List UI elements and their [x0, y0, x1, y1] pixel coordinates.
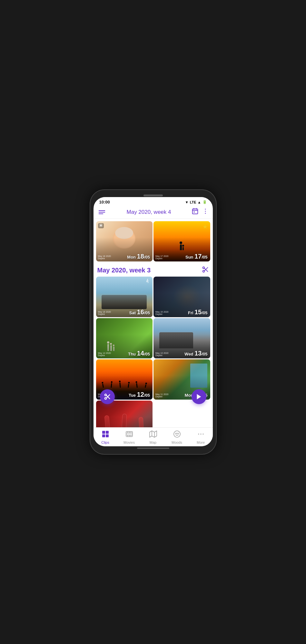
moods-label: Moods — [172, 440, 182, 444]
svg-rect-23 — [106, 434, 109, 437]
photo-meta: May 11 2020 Daylee — [155, 393, 168, 398]
svg-point-5 — [205, 209, 206, 210]
photo-date: Wed 13/05 — [184, 350, 207, 356]
week4-grid: May 18 2020 Daylee Mon 18/05 — [94, 221, 213, 263]
photo-weekday: Mon — [127, 255, 137, 260]
photo-day: 17 — [194, 253, 202, 260]
photo-card-may13[interactable]: May 13 2020 Daylee Wed 13/05 — [153, 318, 210, 358]
movies-icon — [125, 430, 133, 440]
svg-rect-22 — [102, 434, 105, 437]
svg-point-37 — [175, 433, 176, 434]
map-label: Map — [150, 440, 156, 444]
fab-scissors-button[interactable] — [100, 389, 115, 404]
photo-meta: May 14 2020 Daylee — [98, 352, 111, 356]
photo-meta: May 13 2020 Daylee — [155, 352, 168, 356]
meta-date: May 17 2020 — [155, 255, 168, 257]
photo-card-may18[interactable]: May 18 2020 Daylee Mon 18/05 — [96, 221, 153, 261]
svg-point-14 — [147, 279, 148, 280]
photo-meta: May 16 2020 Daylee — [98, 311, 111, 315]
running-icon — [145, 279, 150, 285]
photo-slash: /05 — [202, 255, 207, 260]
top-bar-actions — [192, 208, 209, 216]
svg-rect-21 — [106, 431, 109, 434]
menu-line-3 — [99, 213, 103, 214]
svg-marker-19 — [197, 394, 201, 400]
svg-point-40 — [200, 434, 201, 435]
svg-point-38 — [177, 433, 178, 434]
main-content: May 18 2020 Daylee Mon 18/05 — [94, 219, 213, 427]
star-icon: ★ — [202, 223, 208, 230]
battery-icon: 🔋 — [202, 200, 207, 204]
clips-label: Clips — [101, 440, 109, 444]
week3-header: May 2020, week 3 — [94, 263, 213, 277]
fab-video-button[interactable] — [192, 389, 206, 404]
svg-point-6 — [205, 211, 206, 212]
movies-label: Movies — [123, 440, 135, 444]
week3-grid: May 16 2020 Daylee Sat 16/05 May 15 2020… — [94, 277, 213, 427]
status-icons: ▼ LTE ▲ 🔋 — [185, 200, 207, 204]
photo-slash: /05 — [144, 255, 150, 260]
nav-clips[interactable]: Clips — [94, 430, 117, 445]
calendar-button[interactable] — [192, 208, 199, 216]
meta-date: May 18 2020 — [98, 255, 111, 257]
photo-card-may10[interactable]: May 10 2020 Daylee Sun 10/05 — [96, 401, 153, 427]
photo-overlay — [96, 401, 153, 427]
svg-point-41 — [202, 434, 203, 435]
nav-more[interactable]: More — [189, 430, 213, 445]
status-time: 10:00 — [99, 200, 110, 204]
top-bar: May 2020, week 4 — [94, 206, 213, 219]
svg-rect-4 — [193, 212, 195, 213]
bottom-nav: Clips Movies — [94, 427, 213, 446]
scissors-week3-icon[interactable] — [202, 266, 209, 275]
photo-card-may17[interactable]: ★ May 17 2020 Daylee Sun 17/05 — [153, 221, 210, 261]
menu-button[interactable] — [97, 209, 106, 215]
photo-card-may15[interactable]: May 15 2020 Daylee Fri 15/05 — [153, 277, 210, 317]
photo-date: Fri 15/05 — [188, 309, 208, 315]
phone-screen: 10:00 ▼ LTE ▲ 🔋 May 2020, week 4 — [94, 197, 213, 446]
menu-line-2 — [99, 212, 105, 213]
svg-rect-9 — [100, 225, 101, 226]
more-label: More — [197, 440, 205, 444]
nav-moods[interactable]: Moods — [165, 430, 189, 445]
photo-date: Sat 16/05 — [129, 309, 150, 315]
menu-line-1 — [99, 210, 105, 211]
photo-date: Sun 17/05 — [185, 253, 208, 260]
moods-icon — [173, 430, 181, 440]
nav-movies[interactable]: Movies — [117, 430, 141, 445]
phone-shell: 10:00 ▼ LTE ▲ 🔋 May 2020, week 4 — [90, 190, 216, 454]
photo-day: 18 — [137, 253, 144, 260]
photo-meta: May 15 2020 Daylee — [155, 311, 168, 315]
overflow-menu-button[interactable] — [202, 208, 209, 216]
home-indicator — [137, 448, 169, 449]
map-icon — [149, 430, 157, 440]
status-bar: 10:00 ▼ LTE ▲ 🔋 — [94, 197, 213, 206]
clips-icon — [102, 430, 109, 440]
wifi-icon: ▼ — [185, 200, 189, 204]
svg-rect-20 — [102, 431, 105, 434]
photo-top-icon — [98, 223, 104, 228]
photo-card-may14[interactable]: May 14 2020 Daylee Thu 14/05 — [96, 318, 153, 358]
svg-point-36 — [174, 431, 180, 437]
meta-app: Daylee — [98, 257, 111, 260]
page-title: May 2020, week 4 — [110, 209, 188, 215]
photo-date: Mon 18/05 — [127, 253, 150, 260]
photo-meta: May 17 2020 Daylee — [155, 255, 168, 260]
week3-label: May 2020, week 3 — [97, 267, 151, 274]
nav-map[interactable]: Map — [141, 430, 165, 445]
photo-date: Thu 14/05 — [128, 350, 150, 356]
signal-icon: ▲ — [198, 200, 201, 204]
svg-line-12 — [204, 268, 208, 272]
phone-notch — [143, 194, 163, 196]
svg-rect-0 — [192, 209, 198, 214]
svg-marker-33 — [150, 431, 157, 437]
svg-point-39 — [198, 434, 199, 435]
meta-app: Daylee — [155, 257, 168, 260]
photo-meta: May 18 2020 Daylee — [98, 255, 111, 260]
more-icon — [197, 430, 205, 440]
svg-line-13 — [204, 268, 208, 271]
photo-card-may16[interactable]: May 16 2020 Daylee Sat 16/05 — [96, 277, 153, 317]
photo-weekday: Sun — [185, 255, 194, 260]
photo-date: Tue 12/05 — [129, 391, 150, 398]
svg-point-7 — [205, 213, 206, 214]
lte-label: LTE — [190, 200, 196, 204]
